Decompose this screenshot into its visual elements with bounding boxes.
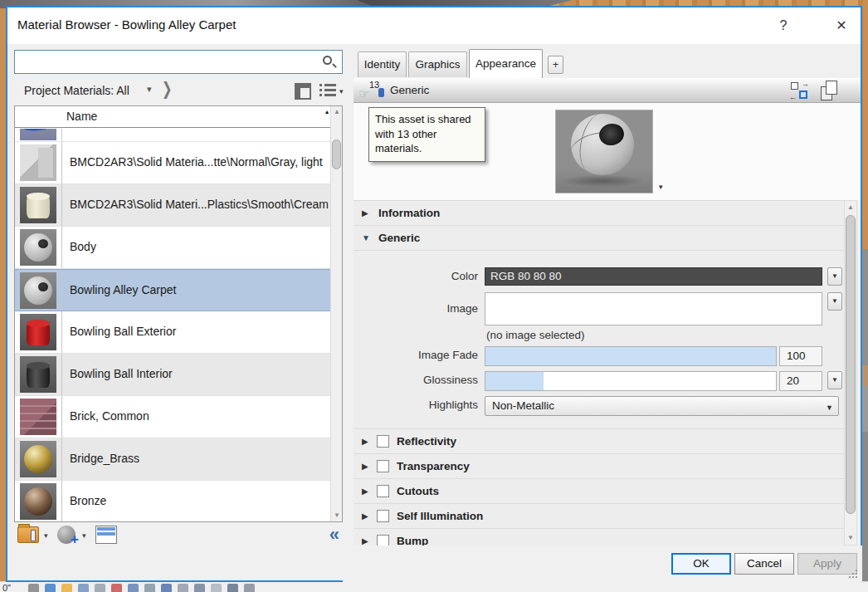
glossiness-slider[interactable] (485, 371, 777, 391)
scrollbar-thumb[interactable] (332, 139, 341, 169)
scroll-down-icon[interactable]: ▼ (331, 510, 343, 521)
title-bar[interactable]: Material Browser - Bowling Alley Carpet … (7, 7, 861, 44)
bump-checkbox[interactable] (377, 535, 389, 546)
status-icon[interactable] (45, 584, 56, 592)
close-button[interactable]: ✕ (829, 15, 854, 37)
image-fade-value[interactable]: 100 (779, 346, 822, 366)
status-icon[interactable] (244, 584, 255, 592)
list-item-selected[interactable]: Bowling Alley Carpet (15, 269, 331, 311)
list-view-icon[interactable] (319, 83, 336, 100)
section-bump[interactable]: ▶ Bump (354, 529, 844, 546)
asset-cylinder-glyph (378, 88, 384, 97)
view-options-dropdown-icon[interactable]: ▾ (339, 87, 344, 95)
image-field[interactable] (485, 292, 822, 325)
section-transparency[interactable]: ▶ Transparency (354, 454, 844, 479)
status-icon[interactable] (144, 584, 155, 592)
section-cutouts[interactable]: ▶ Cutouts (354, 479, 844, 504)
scrollbar-thumb[interactable] (846, 215, 856, 514)
color-swatch[interactable]: RGB 80 80 80 (485, 267, 822, 286)
list-item[interactable]: Bronze (15, 481, 331, 522)
expand-icon[interactable]: ▶ (362, 487, 368, 496)
duplicate-asset-icon[interactable] (821, 81, 839, 100)
status-icon[interactable] (111, 584, 122, 592)
expand-icon[interactable]: ▶ (362, 511, 368, 521)
create-material-icon[interactable] (57, 526, 76, 544)
left-toolbar: ▾ ▾ « (14, 524, 343, 549)
tab-identity[interactable]: Identity (358, 51, 407, 77)
list-item[interactable]: Brick, Common (15, 396, 331, 438)
color-dropdown-button[interactable]: ▼ (827, 267, 842, 286)
glossiness-value[interactable]: 20 (779, 371, 822, 391)
filter-expander-icon[interactable]: ❯ (162, 78, 173, 99)
list-item[interactable]: Bowling Ball Interior (15, 354, 331, 396)
ok-button[interactable]: OK (671, 553, 731, 575)
status-icon[interactable] (161, 584, 172, 592)
collapse-icon[interactable]: ▼ (362, 233, 370, 242)
section-information[interactable]: ▶ Information (354, 201, 844, 226)
material-name: Bridge_Brass (70, 452, 139, 465)
highlights-dropdown[interactable]: Non-Metallic ▼ (485, 396, 839, 416)
material-filter-row[interactable]: Project Materials: All ▾ ❯ ▾ (14, 79, 343, 104)
preview-options-dropdown-icon[interactable]: ▾ (659, 183, 663, 191)
add-tab-button[interactable]: + (548, 56, 563, 74)
status-icon[interactable] (61, 584, 72, 592)
cancel-button[interactable]: Cancel (734, 553, 794, 575)
status-icon[interactable] (28, 584, 39, 592)
status-icon[interactable] (128, 584, 139, 592)
search-input[interactable] (17, 52, 315, 71)
slider-fill (485, 372, 544, 390)
material-search-box[interactable] (14, 50, 343, 74)
section-self-illumination[interactable]: ▶ Self Illumination (354, 504, 844, 529)
replace-asset-icon[interactable]: →← (791, 82, 809, 99)
tab-appearance[interactable]: Appearance (469, 49, 543, 78)
material-name: Bowling Alley Carpet (70, 283, 176, 296)
material-libraries-icon[interactable] (17, 526, 39, 543)
scroll-up-icon[interactable]: ▲ (331, 106, 343, 118)
list-header[interactable]: Name ▴ (15, 106, 342, 128)
resize-grip[interactable] (849, 570, 858, 579)
status-icon[interactable] (211, 584, 222, 592)
list-scrollbar[interactable]: ▲ ▼ (330, 106, 342, 521)
list-item[interactable] (15, 129, 331, 142)
scroll-down-icon[interactable]: ▼ (845, 532, 856, 544)
cutouts-checkbox[interactable] (377, 485, 389, 497)
section-reflectivity[interactable]: ▶ Reflectivity (354, 429, 844, 454)
status-icon[interactable] (194, 584, 205, 592)
list-item[interactable]: Bowling Ball Exterior (15, 311, 331, 354)
list-item[interactable]: Bridge_Brass (15, 438, 331, 481)
filter-dropdown-icon[interactable]: ▾ (147, 84, 152, 95)
collapse-panel-icon[interactable]: « (329, 524, 338, 546)
filter-label[interactable]: Project Materials: All (24, 84, 129, 97)
expand-icon[interactable]: ▶ (362, 208, 368, 218)
asset-browser-icon[interactable] (95, 526, 117, 544)
status-icon[interactable] (227, 584, 238, 592)
status-icon[interactable] (178, 584, 188, 592)
image-fade-slider[interactable] (485, 346, 777, 366)
name-column-header[interactable]: Name (66, 110, 97, 123)
expand-icon[interactable]: ▶ (362, 536, 368, 546)
list-item[interactable]: Body (15, 227, 331, 269)
self-illumination-checkbox[interactable] (377, 510, 389, 522)
section-generic[interactable]: ▼ Generic (354, 226, 844, 251)
transparency-checkbox[interactable] (377, 460, 389, 472)
material-preview-image[interactable] (555, 110, 653, 193)
image-dropdown-button[interactable]: ▼ (827, 292, 842, 311)
library-panel-toggle-icon[interactable] (295, 83, 311, 100)
expand-icon[interactable]: ▶ (362, 437, 368, 446)
sections-scrollbar[interactable]: ▲ ▼ (844, 200, 857, 546)
create-material-dropdown-icon[interactable]: ▾ (82, 531, 86, 540)
status-icon[interactable] (95, 584, 105, 592)
status-icon[interactable] (78, 584, 89, 592)
slider-fill (485, 347, 776, 365)
list-item[interactable]: BMCD2AR3\Solid Materia...tte\Normal\Gray… (15, 142, 331, 184)
asset-header: ☞ 13 Generic →← (354, 78, 861, 103)
scroll-up-icon[interactable]: ▲ (845, 202, 856, 213)
libraries-dropdown-icon[interactable]: ▾ (44, 531, 48, 540)
list-item[interactable]: BMCD2AR3\Solid Materi...Plastics\Smooth\… (15, 184, 331, 227)
tab-graphics[interactable]: Graphics (408, 51, 467, 77)
glossiness-dropdown-button[interactable]: ▼ (827, 371, 842, 389)
reflectivity-checkbox[interactable] (377, 435, 389, 448)
expand-icon[interactable]: ▶ (362, 462, 368, 471)
search-icon[interactable] (322, 55, 337, 70)
help-button[interactable]: ? (773, 15, 794, 37)
